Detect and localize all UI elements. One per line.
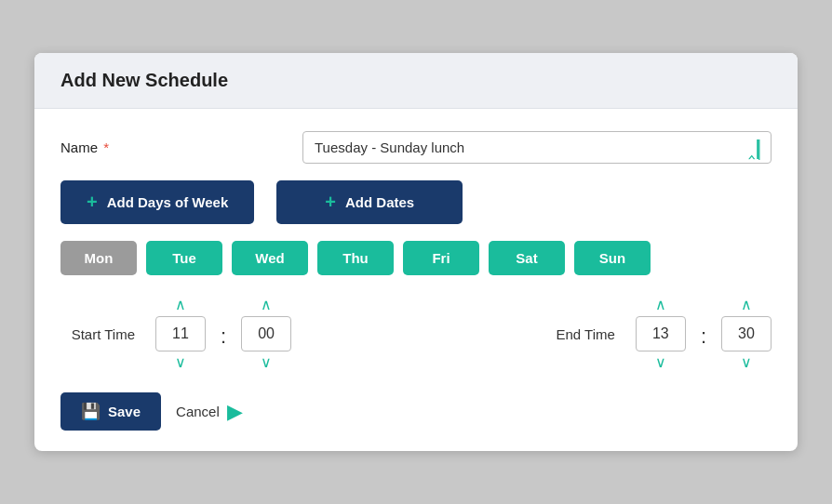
start-hours-spinner: ∧ ∨ [155,296,206,372]
days-row: Mon Tue Wed Thu Fri Sat Sun [60,241,772,275]
day-tue[interactable]: Tue [146,241,222,275]
start-time-section: Start Time ∧ ∨ : ∧ ∨ [60,296,291,372]
end-time-colon: : [701,325,706,349]
save-button[interactable]: 💾 Save [60,392,161,431]
start-minutes-spinner: ∧ ∨ [241,296,291,372]
action-row: 💾 Save Cancel ▶ [60,392,772,431]
name-input-wrap: ‸| | [302,131,772,164]
end-minutes-spinner: ∧ ∨ [721,296,772,372]
pointer-cursor-icon: ▶ [227,400,243,424]
start-minutes-input[interactable] [241,316,291,351]
plus-icon-dates: + [325,192,336,213]
day-sat[interactable]: Sat [489,241,565,275]
save-icon: 💾 [81,402,101,421]
day-mon[interactable]: Mon [60,241,137,275]
add-days-button[interactable]: + Add Days of Week [60,180,254,224]
modal-title: Add New Schedule [60,70,772,91]
end-minutes-up-button[interactable]: ∧ [735,296,758,314]
start-hours-down-button[interactable]: ∨ [169,353,192,372]
day-wed[interactable]: Wed [232,241,308,275]
plus-icon-days: + [87,192,98,213]
day-fri[interactable]: Fri [403,241,479,275]
start-time-colon: : [221,325,226,349]
schedule-modal: Add New Schedule Name * ‸| | + Add Days … [34,53,798,451]
end-time-label: End Time [541,326,615,342]
name-input[interactable] [302,131,772,164]
end-minutes-input[interactable] [721,316,772,351]
start-hours-up-button[interactable]: ∧ [169,296,192,314]
end-minutes-down-button[interactable]: ∨ [735,353,758,372]
start-minutes-down-button[interactable]: ∨ [255,353,277,372]
button-row: + Add Days of Week + Add Dates [60,180,772,224]
time-row: Start Time ∧ ∨ : ∧ ∨ End Time ∧ [60,296,772,372]
end-time-section: End Time ∧ ∨ : ∧ ∨ [541,296,772,372]
end-hours-down-button[interactable]: ∨ [650,353,672,372]
day-sun[interactable]: Sun [574,241,651,275]
end-hours-up-button[interactable]: ∧ [650,296,672,314]
required-indicator: * [103,139,109,155]
name-label: Name * [60,139,135,155]
day-thu[interactable]: Thu [317,241,394,275]
end-hours-input[interactable] [636,316,686,351]
start-hours-input[interactable] [155,316,206,351]
end-hours-spinner: ∧ ∨ [636,296,686,372]
add-dates-button[interactable]: + Add Dates [276,180,463,224]
start-time-label: Start Time [60,326,135,342]
start-minutes-up-button[interactable]: ∧ [255,296,277,314]
modal-header: Add New Schedule [34,53,798,109]
cancel-button[interactable]: Cancel [176,404,220,419]
modal-body: Name * ‸| | + Add Days of Week + Add Dat… [34,109,798,451]
name-row: Name * ‸| | [60,131,772,164]
